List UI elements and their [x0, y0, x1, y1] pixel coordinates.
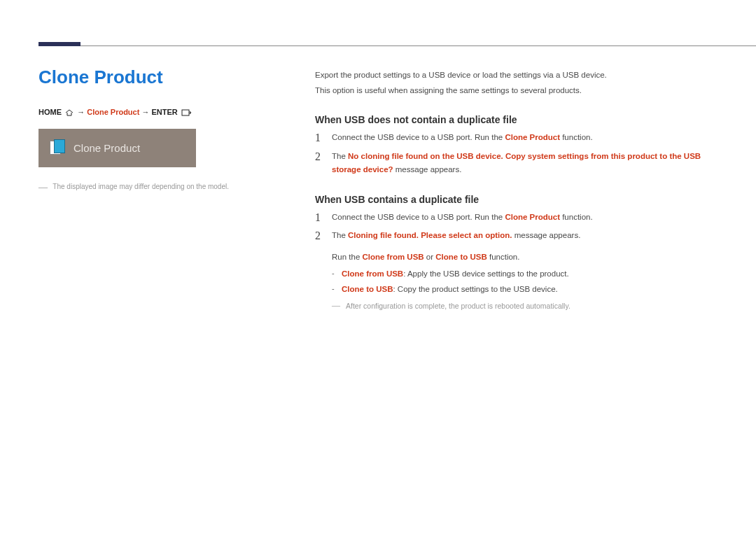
cloning-found-msg: Cloning file found. Please select an opt… — [348, 231, 512, 239]
text: function. — [487, 253, 520, 261]
breadcrumb-home: HOME — [38, 108, 62, 116]
breadcrumb-arrow-1: → — [77, 108, 85, 116]
text: function. — [560, 133, 593, 141]
text: : Copy the product settings to the USB d… — [393, 285, 557, 293]
clone-to-usb-label: Clone to USB — [342, 285, 393, 293]
note-dash-icon: ― — [38, 181, 48, 192]
final-note-text: After configuration is complete, the pro… — [346, 300, 570, 312]
section-a-step-1: 1 Connect the USB device to a USB port. … — [315, 131, 728, 146]
text: function. — [560, 213, 593, 221]
page-title: Clone Product — [38, 66, 234, 88]
section-a-step-1-body: Connect the USB device to a USB port. Ru… — [332, 131, 728, 145]
clone-product-ref: Clone Product — [505, 133, 560, 141]
section-b-step-1-body: Connect the USB device to a USB port. Ru… — [332, 211, 728, 225]
clone-from-usb-item: - Clone from USB: Apply the USB device s… — [332, 267, 728, 280]
clone-product-icon — [48, 139, 66, 157]
section-b-heading: When USB contains a duplicate file — [315, 194, 728, 205]
section-a-step-2: 2 The No cloning file found on the USB d… — [315, 150, 728, 177]
right-column: Export the product settings to a USB dev… — [315, 69, 728, 311]
left-column: Clone Product HOME → Clone Product → ENT… — [38, 66, 234, 192]
text: message appears. — [512, 231, 581, 239]
step-number-2: 2 — [315, 229, 332, 244]
home-icon — [65, 109, 74, 116]
clone-product-card-label: Clone Product — [74, 142, 140, 154]
step-number-1: 1 — [315, 211, 332, 225]
breadcrumb-clone-product: Clone Product — [87, 108, 139, 116]
step-number-1: 1 — [315, 131, 332, 146]
step-number-2: 2 — [315, 150, 332, 164]
header-rule — [80, 45, 756, 46]
dash-icon: - — [332, 283, 342, 295]
clone-to-usb-item: - Clone to USB: Copy the product setting… — [332, 283, 728, 295]
section-b-step-2: 2 The Cloning file found. Please select … — [315, 229, 728, 244]
text: message appears. — [393, 165, 462, 174]
run-instruction: Run the Clone from USB or Clone to USB f… — [332, 251, 728, 265]
clone-product-ref: Clone Product — [505, 213, 560, 221]
intro-line-2: This option is useful when assigning the… — [315, 84, 728, 97]
breadcrumb-enter: ENTER — [151, 108, 177, 116]
clone-from-usb-ref: Clone from USB — [362, 253, 424, 261]
clone-from-usb-label: Clone from USB — [342, 269, 403, 278]
text: The — [332, 231, 348, 239]
text: Connect the USB device to a USB port. Ru… — [332, 213, 505, 221]
section-b-step-1: 1 Connect the USB device to a USB port. … — [315, 211, 728, 225]
text: Connect the USB device to a USB port. Ru… — [332, 133, 505, 141]
enter-icon — [181, 109, 191, 116]
note-dash-icon: ― — [332, 300, 346, 311]
dash-icon: - — [332, 267, 342, 280]
header-tab — [38, 42, 80, 46]
final-note: ― After configuration is complete, the p… — [332, 300, 728, 312]
text: : Apply the USB device settings to the p… — [403, 269, 569, 278]
clone-product-card: Clone Product — [38, 129, 196, 167]
breadcrumb-arrow-2: → — [141, 108, 149, 116]
left-note: ― The displayed image may differ dependi… — [38, 181, 234, 192]
clone-to-usb-ref: Clone to USB — [435, 253, 486, 261]
breadcrumb: HOME → Clone Product → ENTER — [38, 108, 234, 116]
left-note-text: The displayed image may differ depending… — [52, 183, 229, 190]
svg-rect-0 — [182, 110, 189, 115]
text: or — [424, 253, 436, 261]
text: Run the — [332, 253, 362, 261]
no-cloning-msg: No cloning file found on the USB device.… — [332, 152, 701, 174]
section-a-step-2-body: The No cloning file found on the USB dev… — [332, 150, 728, 177]
section-b-step-2-body: The Cloning file found. Please select an… — [332, 229, 728, 243]
intro-line-1: Export the product settings to a USB dev… — [315, 69, 728, 81]
section-a-heading: When USB does not contain a duplicate fi… — [315, 114, 728, 125]
text: The — [332, 152, 348, 160]
